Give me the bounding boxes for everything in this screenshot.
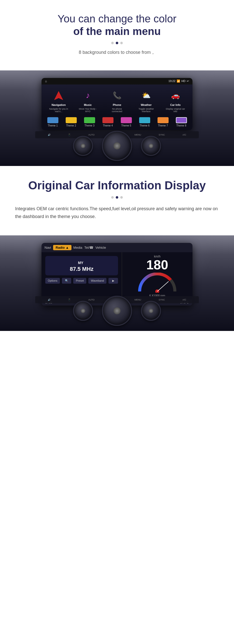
radio-frequency: 87.5 MHz: [48, 266, 115, 272]
s2-dot-3: [120, 196, 123, 199]
opt-waveband[interactable]: Waveband: [88, 278, 106, 284]
nav-navi[interactable]: Navi: [45, 246, 51, 249]
weather-label: Weather: [141, 103, 151, 106]
svg-marker-0: [54, 91, 63, 100]
vent-left: [73, 136, 93, 156]
theme-7-label: Theme 7: [158, 124, 168, 127]
dot-2: [116, 42, 118, 44]
s2-dot-1: [111, 196, 114, 199]
radio-display: MY 87.5 MHz: [45, 256, 118, 275]
carinfo-sublabel: Display original car info: [165, 108, 185, 113]
music-label: Music: [84, 103, 92, 106]
theme-bar: Theme 1 Theme 2 Theme 3 Theme 4 Theme 5 …: [42, 115, 192, 130]
screen-menu: Navigation Navigate for you in real ti..…: [42, 84, 192, 115]
nav-vehicle[interactable]: Vehicle: [95, 246, 106, 249]
vent2-center: [102, 296, 132, 326]
nav-sublabel: Navigate for you in real ti...: [49, 108, 69, 113]
section2-headline: Original Car Information Display: [15, 179, 219, 192]
theme-3-color: [84, 117, 95, 123]
theme-6-label: Theme 6: [140, 124, 149, 127]
car-photo-section1: ⌂ 19:22 📶 HD ↩ Navigation Navigate for y…: [0, 70, 234, 166]
screen2-left: MY 87.5 MHz Options 🔍 Preset Waveband ▶: [42, 252, 122, 299]
nav-media[interactable]: Media: [73, 246, 82, 249]
vent2-left: [73, 301, 93, 321]
s2-dot-2: [116, 196, 118, 199]
theme-8[interactable]: Theme 8: [176, 117, 187, 127]
theme-8-color: [176, 117, 187, 123]
nav-label: Navigation: [52, 103, 66, 106]
music-sublabel: Move Your Body - MYO: [78, 108, 98, 113]
weather-sublabel: Toggle weather interface: [136, 108, 156, 113]
opt-options[interactable]: Options: [45, 278, 60, 284]
vents-row-1: [73, 131, 161, 161]
phone-sublabel: No phone connected: [107, 108, 127, 113]
theme-2[interactable]: Theme 2: [66, 117, 77, 127]
menu-item-phone[interactable]: 📞 Phone No phone connected: [107, 89, 127, 113]
nav-icon: [52, 89, 65, 102]
gauge-visual: [137, 273, 177, 293]
dot-1: [111, 42, 114, 44]
nav-tel[interactable]: Tel/☎: [84, 246, 93, 249]
section2-dots: [15, 196, 219, 199]
time-display: 19:22: [169, 79, 176, 83]
ctrl-ac: A/C: [182, 134, 186, 136]
section1-color-change: You can change the color of the main men…: [0, 0, 234, 70]
menu-item-navigation[interactable]: Navigation Navigate for you in real ti..…: [49, 89, 69, 113]
menu-item-music[interactable]: ♪ Music Move Your Body - MYO: [78, 89, 98, 113]
ctrl-vol: 🔊: [48, 134, 51, 136]
theme-6[interactable]: Theme 6: [139, 117, 150, 127]
hd-label: HD: [181, 79, 185, 83]
radio-station: MY: [48, 259, 115, 266]
theme-1[interactable]: Theme 1: [47, 117, 58, 127]
vent-right: [141, 136, 161, 156]
section1-dots: [20, 42, 214, 44]
music-icon: ♪: [81, 89, 94, 102]
menu-item-weather[interactable]: ⛅ Weather Toggle weather interface: [136, 89, 156, 113]
ctrl-phone: 📱: [68, 134, 71, 136]
screen-inset-1: ⌂ 19:22 📶 HD ↩ Navigation Navigate for y…: [42, 78, 192, 130]
section2-body: Integrates OEM car centric functions.The…: [15, 205, 219, 220]
screen2-options: Options 🔍 Preset Waveband ▶: [45, 278, 118, 284]
screen2-nav: Navi Radio ▲ Media Tel/☎ Vehicle: [42, 243, 192, 252]
carinfo-label: Car Info: [170, 103, 181, 106]
theme-5-color: [121, 117, 132, 123]
home-icon: ⌂: [45, 79, 47, 83]
theme-2-color: [66, 117, 77, 123]
theme-4-label: Theme 4: [103, 124, 113, 127]
theme-6-color: [139, 117, 150, 123]
menu-item-carinfo[interactable]: 🚗 Car Info Display original car info: [165, 89, 185, 113]
svg-line-3: [157, 281, 169, 291]
theme-3[interactable]: Theme 3: [84, 117, 95, 127]
opt-search[interactable]: 🔍: [62, 278, 71, 284]
theme-5-label: Theme 5: [121, 124, 131, 127]
vents-row-2: [73, 296, 161, 326]
theme-5[interactable]: Theme 5: [121, 117, 132, 127]
headline-line1: You can change the color of the main men…: [20, 13, 214, 38]
ctrl2-vol: 🔊: [48, 298, 51, 301]
theme-8-label: Theme 8: [176, 124, 186, 127]
phone-label: Phone: [113, 103, 121, 106]
phone-icon: 📞: [110, 89, 124, 102]
speed-gauge: km/h 180: [137, 255, 177, 297]
theme-7-color: [158, 117, 169, 123]
headline-line2: of the main menu: [73, 25, 161, 37]
vent-center: [102, 131, 132, 161]
theme-3-label: Theme 3: [85, 124, 94, 127]
theme-7[interactable]: Theme 7: [158, 117, 169, 127]
svg-text:MY: MY: [78, 261, 84, 265]
section2-carinfo: Original Car Information Display Integra…: [0, 166, 234, 235]
opt-play[interactable]: ▶: [108, 278, 118, 284]
theme-1-label: Theme 1: [48, 124, 58, 127]
screen2-body: MY 87.5 MHz Options 🔍 Preset Waveband ▶ …: [42, 252, 192, 299]
car-photo-section2: Navi Radio ▲ Media Tel/☎ Vehicle MY 87.5…: [0, 235, 234, 331]
opt-preset[interactable]: Preset: [73, 278, 86, 284]
nav-radio[interactable]: Radio ▲: [53, 245, 71, 250]
car-info-icon: 🚗: [169, 89, 182, 102]
section1-subtitle: 8 background colors to choose from，: [20, 49, 214, 55]
back-icon: ↩: [187, 79, 189, 83]
dot-3: [120, 42, 123, 44]
theme-1-color: [47, 117, 58, 123]
theme-4-color: [102, 117, 113, 123]
theme-4[interactable]: Theme 4: [102, 117, 113, 127]
ctrl2-ac: A/C: [182, 298, 186, 301]
